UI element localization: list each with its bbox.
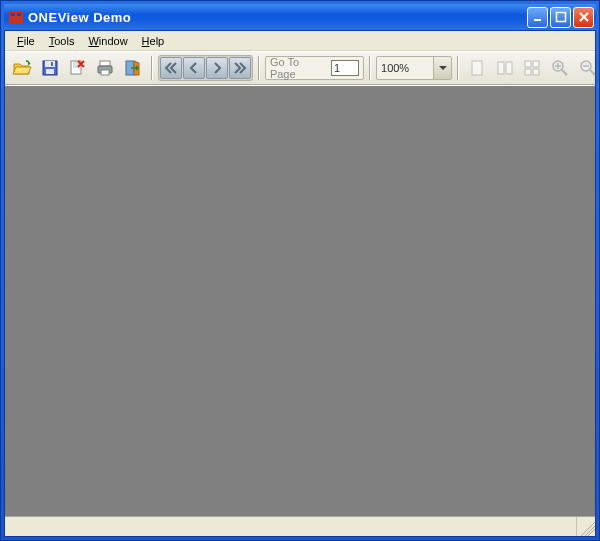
svg-rect-20	[533, 61, 539, 67]
exit-button[interactable]	[120, 55, 146, 81]
zoom-in-button[interactable]	[547, 55, 573, 81]
menu-help[interactable]: Help	[136, 33, 171, 49]
svg-rect-3	[534, 19, 541, 21]
close-button[interactable]	[573, 7, 594, 28]
page-view-1-button[interactable]	[464, 55, 490, 81]
next-page-button[interactable]	[206, 57, 228, 79]
toolbar-separator	[151, 56, 153, 80]
svg-rect-11	[100, 61, 110, 66]
svg-rect-4	[556, 13, 565, 22]
statusbar	[5, 516, 595, 536]
client-area: File Tools Window Help	[4, 30, 596, 537]
zoom-combo[interactable]: 100%	[376, 56, 452, 80]
app-window: ONEView Demo File Tools Window Help	[0, 0, 600, 541]
svg-rect-22	[533, 69, 539, 75]
svg-rect-8	[46, 69, 54, 74]
page-view-3-button[interactable]	[520, 55, 546, 81]
toolbar: Go To Page 100%	[5, 51, 595, 85]
goto-page-group: Go To Page	[265, 56, 364, 80]
delete-page-button[interactable]	[65, 55, 91, 81]
document-viewport	[5, 85, 595, 516]
window-controls	[527, 7, 594, 28]
svg-rect-2	[17, 13, 21, 16]
zoom-value: 100%	[377, 62, 433, 74]
menu-tools[interactable]: Tools	[43, 33, 81, 49]
maximize-button[interactable]	[550, 7, 571, 28]
goto-page-input[interactable]	[331, 60, 359, 76]
app-icon	[8, 9, 24, 25]
svg-rect-16	[472, 61, 482, 75]
zoom-dropdown-button[interactable]	[433, 57, 451, 79]
goto-page-label: Go To Page	[270, 56, 327, 80]
menubar: File Tools Window Help	[5, 31, 595, 51]
svg-rect-7	[51, 62, 53, 66]
open-button[interactable]	[9, 55, 35, 81]
last-page-button[interactable]	[229, 57, 251, 79]
svg-rect-21	[525, 69, 531, 75]
svg-rect-0	[9, 11, 23, 23]
svg-rect-18	[506, 62, 512, 74]
toolbar-separator	[258, 56, 260, 80]
prev-page-button[interactable]	[183, 57, 205, 79]
toolbar-separator	[457, 56, 459, 80]
minimize-button[interactable]	[527, 7, 548, 28]
toolbar-separator	[369, 56, 371, 80]
svg-rect-6	[45, 61, 55, 67]
first-page-button[interactable]	[160, 57, 182, 79]
page-view-2-button[interactable]	[492, 55, 518, 81]
svg-rect-1	[11, 13, 15, 16]
svg-point-14	[109, 67, 111, 69]
menu-window[interactable]: Window	[82, 33, 133, 49]
svg-rect-19	[525, 61, 531, 67]
page-nav-group	[158, 55, 253, 81]
save-button[interactable]	[37, 55, 63, 81]
print-button[interactable]	[92, 55, 118, 81]
menu-file[interactable]: File	[11, 33, 41, 49]
resize-grip-icon[interactable]	[577, 518, 595, 536]
status-pane	[5, 517, 577, 536]
svg-rect-17	[498, 62, 504, 74]
zoom-out-button[interactable]	[575, 55, 600, 81]
titlebar: ONEView Demo	[4, 4, 596, 30]
window-title: ONEView Demo	[28, 10, 527, 25]
svg-rect-13	[101, 70, 109, 75]
